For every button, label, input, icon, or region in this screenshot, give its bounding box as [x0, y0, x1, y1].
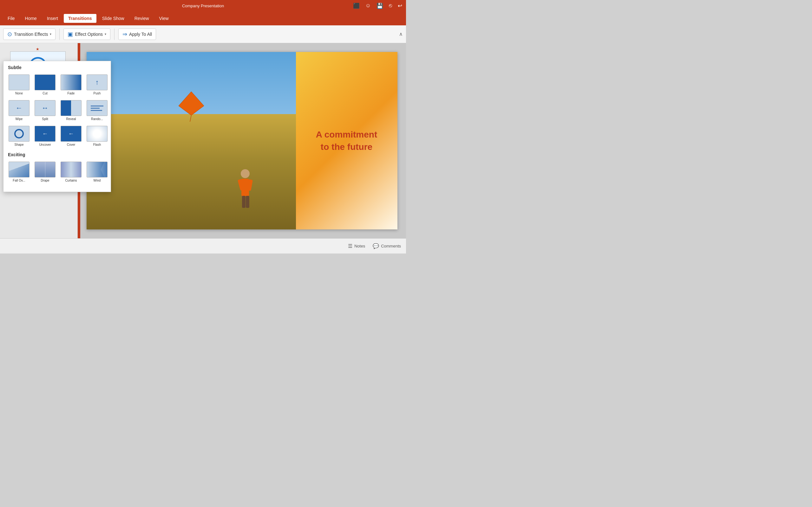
chevron-down-icon: ▾ — [50, 32, 51, 36]
kite-svg — [175, 90, 207, 122]
effect-thumb-random — [87, 100, 107, 116]
slide-view: A commitment to the future — [78, 43, 406, 238]
subtle-label: Subtle — [7, 65, 107, 70]
transition-effects-label: Transition Effects — [14, 32, 48, 37]
exciting-label: Exciting — [7, 152, 107, 157]
comments-label: Comments — [381, 244, 401, 248]
effect-label-drape: Drape — [41, 179, 49, 182]
status-bar: ☰ Notes 💬 Comments — [0, 238, 406, 253]
effect-thumb-wind — [87, 162, 107, 177]
comments-button[interactable]: 💬 Comments — [373, 243, 401, 249]
effect-flash[interactable]: Flash — [85, 124, 109, 148]
undo-icon[interactable]: ↩ — [398, 3, 402, 9]
kite-container — [175, 90, 207, 123]
effect-thumb-cut — [35, 74, 55, 90]
subtle-effects-grid: None Cut Fade ↑ Push ← — [7, 73, 107, 148]
child-container — [236, 168, 255, 210]
effect-options-button[interactable]: ▣ Effect Options ▾ — [63, 29, 110, 40]
chevron-down-icon2: ▾ — [105, 32, 106, 36]
curtain-right — [71, 162, 81, 177]
main-area: Subtle None Cut Fade ↑ Push — [0, 43, 406, 238]
effect-label-uncover: Uncover — [39, 143, 51, 147]
effect-label-shape: Shape — [14, 143, 24, 147]
effect-shape[interactable]: Shape — [7, 124, 31, 148]
toolbar: ⊙ Transition Effects ▾ ▣ Effect Options … — [0, 25, 406, 43]
notes-button[interactable]: ☰ Notes — [348, 243, 365, 249]
title-bar: Company Presentation ⬛ ☺ 💾 ⎋ ↩ — [0, 0, 406, 11]
menu-transitions[interactable]: Transitions — [64, 14, 96, 23]
wind-shape — [87, 162, 104, 177]
effect-thumb-curtains — [61, 162, 82, 177]
slide-star-9: ★ — [36, 47, 40, 51]
effect-cover[interactable]: ← Cover — [59, 124, 83, 148]
effect-label-curtains: Curtains — [65, 179, 77, 182]
svg-rect-7 — [242, 196, 246, 208]
effect-wind[interactable]: Wind — [85, 160, 109, 183]
notes-icon: ☰ — [348, 243, 352, 249]
effect-thumb-fallover — [9, 162, 30, 177]
app-title: Company Presentation — [182, 3, 224, 8]
monitor-icon[interactable]: ⬛ — [353, 3, 360, 9]
effect-thumb-fade — [61, 74, 82, 90]
effect-cut[interactable]: Cut — [33, 73, 57, 96]
collapse-icon[interactable]: ∧ — [399, 31, 403, 37]
uncover-arrow-icon: ← — [42, 130, 48, 137]
slide-right-panel: A commitment to the future — [296, 52, 397, 229]
slide-headline-line2: to the future — [321, 142, 372, 152]
drape-fold-icon — [45, 162, 45, 177]
effect-thumb-wipe: ← — [9, 100, 30, 116]
effect-thumb-flash — [87, 126, 107, 142]
apply-icon: ⇒ — [122, 31, 127, 38]
effect-none[interactable]: None — [7, 73, 31, 96]
curtain-left — [61, 162, 71, 177]
effect-drape[interactable]: Drape — [33, 160, 57, 183]
transition-effects-button[interactable]: ⊙ Transition Effects ▾ — [3, 29, 55, 40]
effect-thumb-push: ↑ — [87, 74, 107, 90]
random-lines — [91, 106, 103, 111]
menu-review[interactable]: Review — [130, 14, 154, 23]
svg-point-3 — [241, 169, 250, 178]
menu-slideshow[interactable]: Slide Show — [98, 14, 129, 23]
svg-line-1 — [188, 115, 191, 122]
slide-canvas[interactable]: A commitment to the future — [87, 52, 397, 229]
save-icon[interactable]: 💾 — [376, 3, 383, 9]
menu-home[interactable]: Home — [20, 14, 41, 23]
child-svg — [236, 168, 255, 209]
wheat-field — [87, 114, 299, 229]
effect-uncover[interactable]: ← Uncover — [33, 124, 57, 148]
share-icon[interactable]: ⎋ — [389, 3, 392, 9]
effect-fallover[interactable]: Fall Ov... — [7, 160, 31, 183]
apply-to-all-button[interactable]: ⇒ Apply To All — [118, 29, 156, 40]
menu-file[interactable]: File — [3, 14, 19, 23]
effect-split[interactable]: ↔ Split — [33, 99, 57, 122]
effect-label-random: Rando... — [91, 117, 103, 121]
effect-options-label: Effect Options — [75, 32, 103, 37]
effect-label-fallover: Fall Ov... — [13, 179, 25, 182]
effect-wipe[interactable]: ← Wipe — [7, 99, 31, 122]
effect-reveal[interactable]: Reveal — [59, 99, 83, 122]
toolbar-divider2 — [114, 29, 114, 40]
exciting-effects-grid: Fall Ov... Drape Curtains — [7, 160, 107, 183]
effect-options-icon: ▣ — [67, 31, 73, 38]
effect-thumb-uncover: ← — [35, 126, 55, 142]
smiley-icon[interactable]: ☺ — [365, 3, 371, 9]
toolbar-divider — [59, 29, 60, 40]
effect-label-cut: Cut — [43, 92, 48, 95]
effect-label-wipe: Wipe — [15, 117, 23, 121]
effect-thumb-shape — [9, 126, 30, 142]
effect-thumb-drape — [35, 162, 55, 177]
slide-headline: A commitment to the future — [310, 122, 384, 159]
transition-panel: Subtle None Cut Fade ↑ Push — [3, 61, 111, 192]
slide-photo — [87, 52, 299, 229]
effect-random[interactable]: Rando... — [85, 99, 109, 122]
comments-icon: 💬 — [373, 243, 379, 249]
menu-view[interactable]: View — [155, 14, 173, 23]
effect-label-split: Split — [42, 117, 48, 121]
effect-push[interactable]: ↑ Push — [85, 73, 109, 96]
effect-label-none: None — [15, 92, 23, 95]
menu-insert[interactable]: Insert — [43, 14, 62, 23]
wipe-arrow-icon: ← — [15, 104, 22, 112]
effect-curtains[interactable]: Curtains — [59, 160, 83, 183]
effect-fade[interactable]: Fade — [59, 73, 83, 96]
push-arrow-icon: ↑ — [96, 78, 99, 87]
